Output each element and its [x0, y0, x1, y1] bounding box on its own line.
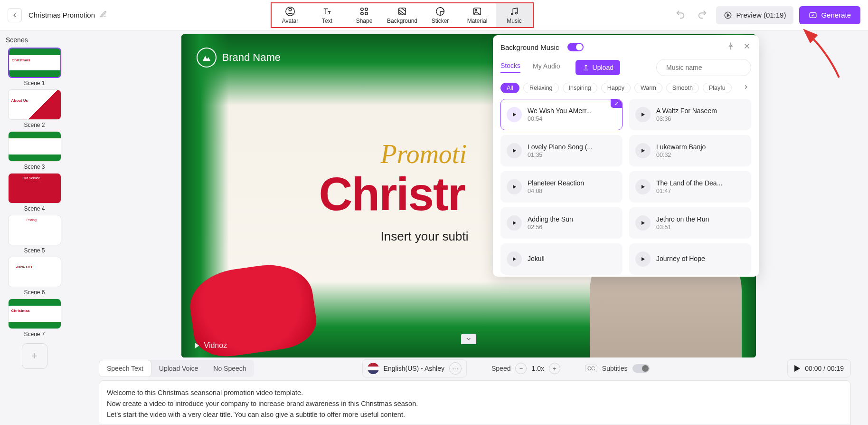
project-title: Christmas Promotion: [28, 11, 95, 19]
category-chip[interactable]: Happy: [601, 83, 631, 93]
add-scene-button[interactable]: +: [22, 343, 47, 369]
tool-music[interactable]: Music: [496, 3, 533, 27]
category-chip[interactable]: Playfu: [703, 83, 732, 93]
script-textarea[interactable]: Welcome to this Christmas seansonal prom…: [99, 380, 851, 425]
pin-icon[interactable]: [726, 42, 735, 52]
play-icon[interactable]: [635, 143, 651, 158]
track-item[interactable]: Lovely Piano Song (...01:35: [500, 135, 623, 166]
tab-no-speech[interactable]: No Speech: [206, 360, 254, 377]
top-tools-highlight: Avatar Text Shape Background Sticker Mat…: [271, 2, 534, 28]
music-toggle[interactable]: [567, 43, 584, 51]
upload-button[interactable]: Upload: [576, 60, 620, 75]
subtitles-toggle[interactable]: [632, 364, 650, 373]
speed-increase[interactable]: +: [549, 363, 560, 374]
expand-toggle[interactable]: [461, 334, 476, 344]
svg-point-5: [365, 12, 368, 15]
bottom-toolbar: Speech Text Upload Voice No Speech Engli…: [99, 357, 851, 379]
tool-avatar[interactable]: Avatar: [272, 3, 309, 27]
play-icon[interactable]: [635, 179, 651, 194]
svg-point-11: [516, 12, 518, 14]
categories-more-icon[interactable]: [741, 84, 751, 92]
scene-item[interactable]: Our Service Scene 4: [4, 173, 65, 212]
preview-label: Preview (01:19): [736, 11, 786, 19]
tool-label: Music: [507, 18, 521, 24]
track-duration: 00:32: [656, 152, 706, 158]
tab-my-audio[interactable]: My Audio: [533, 62, 560, 73]
track-item[interactable]: Adding the Sun02:56: [500, 207, 623, 239]
track-item[interactable]: Journey of Hope: [629, 243, 751, 275]
tool-background[interactable]: Background: [383, 3, 422, 27]
play-control[interactable]: 00:00 / 00:19: [787, 359, 851, 377]
material-icon: [472, 6, 482, 17]
track-item[interactable]: Lukewarm Banjo00:32: [629, 135, 751, 166]
category-chip[interactable]: Warm: [634, 83, 662, 93]
track-item[interactable]: The Land of the Dea...01:47: [629, 171, 751, 203]
scenes-title: Scenes: [6, 36, 65, 44]
play-icon[interactable]: [507, 215, 522, 231]
sub-heading: Insert your subti: [381, 229, 469, 244]
scene-item[interactable]: About Us Scene 2: [4, 89, 65, 128]
svg-point-9: [475, 9, 477, 11]
redo-button[interactable]: [694, 6, 710, 24]
scene-item[interactable]: Pricing Scene 5: [4, 215, 65, 254]
preview-button[interactable]: Preview (01:19): [716, 6, 793, 24]
svg-point-3: [365, 8, 368, 11]
track-duration: 00:54: [528, 116, 592, 122]
music-search-input[interactable]: [666, 64, 749, 71]
track-duration: 04:08: [528, 188, 584, 194]
play-icon[interactable]: [507, 143, 522, 158]
undo-button[interactable]: [672, 6, 689, 24]
play-icon[interactable]: [635, 251, 651, 267]
track-name: Lukewarm Banjo: [656, 143, 706, 151]
track-name: Jethro on the Run: [656, 215, 709, 223]
tool-shape[interactable]: Shape: [346, 3, 383, 27]
track-item[interactable]: Planeteer Reaction04:08: [500, 171, 623, 203]
speed-decrease[interactable]: −: [515, 363, 527, 374]
brand-name: Brand Name: [197, 48, 281, 68]
brand-text: Brand Name: [222, 51, 281, 64]
category-chip[interactable]: Relaxing: [523, 83, 559, 93]
tab-upload-voice[interactable]: Upload Voice: [151, 360, 206, 377]
svg-marker-13: [727, 14, 730, 17]
music-panel-head: Background Music: [500, 42, 751, 52]
tab-speech-text[interactable]: Speech Text: [99, 360, 151, 377]
category-chip[interactable]: Inspiring: [563, 83, 597, 93]
scene-label: Scene 4: [4, 205, 65, 212]
play-icon[interactable]: [507, 107, 522, 122]
language-selector[interactable]: English(US) - Ashley ⋯: [362, 359, 467, 377]
play-icon[interactable]: [635, 107, 651, 122]
close-icon[interactable]: [743, 42, 751, 52]
scene-item[interactable]: Christmas Scene 7: [4, 299, 65, 338]
track-duration: 03:36: [656, 116, 717, 122]
scene-item[interactable]: Scene 3: [4, 131, 65, 170]
play-icon[interactable]: [635, 215, 651, 231]
track-item[interactable]: Jokull: [500, 243, 623, 275]
svg-point-10: [511, 13, 513, 15]
tool-label: Material: [467, 18, 488, 24]
tool-sticker[interactable]: Sticker: [422, 3, 459, 27]
music-search[interactable]: [656, 59, 751, 76]
avatar-icon: [285, 6, 295, 17]
shape-icon: [359, 6, 369, 17]
track-item[interactable]: A Waltz For Naseem03:36: [629, 99, 751, 130]
category-chip[interactable]: All: [500, 83, 519, 93]
tab-stocks[interactable]: Stocks: [500, 62, 520, 73]
main-heading: Christr: [319, 167, 465, 221]
track-name: Planeteer Reaction: [528, 179, 584, 187]
tool-material[interactable]: Material: [459, 3, 496, 27]
tool-text[interactable]: Text: [309, 3, 346, 27]
flag-icon: [368, 363, 379, 374]
track-item[interactable]: We Wish You AMerr...00:54 ✓: [500, 99, 623, 130]
generate-button[interactable]: Generate: [799, 6, 860, 24]
scene-item[interactable]: Christmas Scene 1: [4, 48, 65, 87]
edit-title-icon[interactable]: [100, 10, 107, 20]
music-panel: Background Music Stocks My Audio Upload …: [493, 35, 759, 277]
speech-tabs: Speech Text Upload Voice No Speech: [99, 360, 254, 377]
play-icon[interactable]: [507, 251, 522, 267]
language-more-icon[interactable]: ⋯: [449, 362, 462, 375]
category-chip[interactable]: Smooth: [666, 83, 699, 93]
track-item[interactable]: Jethro on the Run03:51: [629, 207, 751, 239]
play-icon[interactable]: [507, 179, 522, 194]
scene-item[interactable]: -80% OFF Scene 6: [4, 257, 65, 296]
back-button[interactable]: [8, 8, 22, 22]
